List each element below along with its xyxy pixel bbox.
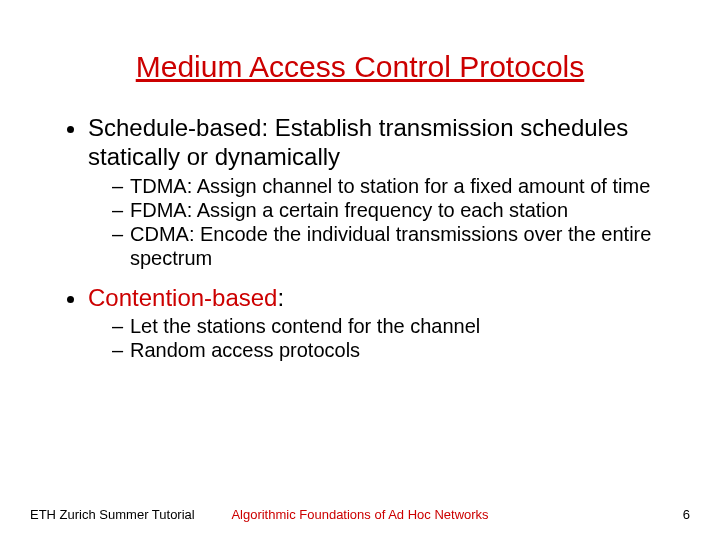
bullet-label: Contention-based xyxy=(88,284,277,311)
bullet-colon: : xyxy=(277,284,284,311)
slide: Medium Access Control Protocols Schedule… xyxy=(0,0,720,540)
sub-item-random: Random access protocols xyxy=(112,338,660,362)
bullet-schedule-based: Schedule-based: Establish transmission s… xyxy=(88,114,660,270)
sub-list: TDMA: Assign channel to station for a fi… xyxy=(88,174,660,270)
bullet-list: Schedule-based: Establish transmission s… xyxy=(60,114,660,362)
sub-item-contend: Let the stations contend for the channel xyxy=(112,314,660,338)
sub-list: Let the stations contend for the channel… xyxy=(88,314,660,362)
bullet-contention-based: Contention-based: Let the stations conte… xyxy=(88,284,660,363)
footer-page-number: 6 xyxy=(683,507,690,522)
bullet-text: Schedule-based: Establish transmission s… xyxy=(88,114,628,170)
sub-item-cdma: CDMA: Encode the individual transmission… xyxy=(112,222,660,270)
footer-center: Algorithmic Foundations of Ad Hoc Networ… xyxy=(0,507,720,522)
slide-title: Medium Access Control Protocols xyxy=(60,50,660,84)
sub-item-fdma: FDMA: Assign a certain frequency to each… xyxy=(112,198,660,222)
sub-item-tdma: TDMA: Assign channel to station for a fi… xyxy=(112,174,660,198)
